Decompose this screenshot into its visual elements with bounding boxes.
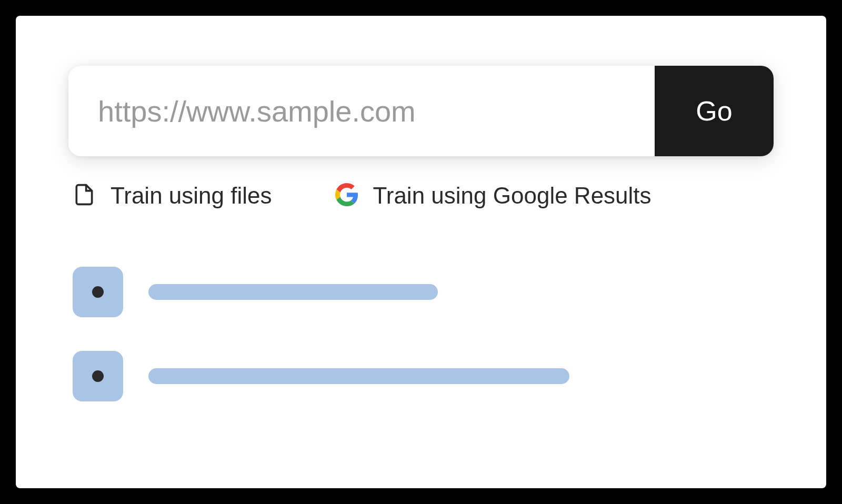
training-options: Train using files Train using Google Res…	[68, 183, 774, 209]
train-google-label: Train using Google Results	[373, 183, 651, 209]
result-text-placeholder	[148, 284, 438, 300]
go-button[interactable]: Go	[655, 66, 774, 156]
file-icon	[73, 183, 96, 208]
list-item	[73, 267, 774, 317]
url-input[interactable]	[68, 66, 655, 156]
google-icon	[335, 183, 358, 208]
results-list	[68, 267, 774, 401]
train-using-google-option[interactable]: Train using Google Results	[335, 183, 651, 209]
result-icon-placeholder	[73, 267, 123, 317]
training-card: Go Train using files Train using Go	[16, 16, 826, 488]
result-text-placeholder	[148, 368, 569, 384]
result-icon-placeholder	[73, 351, 123, 401]
dot-icon	[92, 286, 104, 298]
train-using-files-option[interactable]: Train using files	[73, 183, 272, 209]
list-item	[73, 351, 774, 401]
dot-icon	[92, 370, 104, 382]
url-bar: Go	[68, 66, 774, 156]
train-files-label: Train using files	[111, 183, 272, 209]
